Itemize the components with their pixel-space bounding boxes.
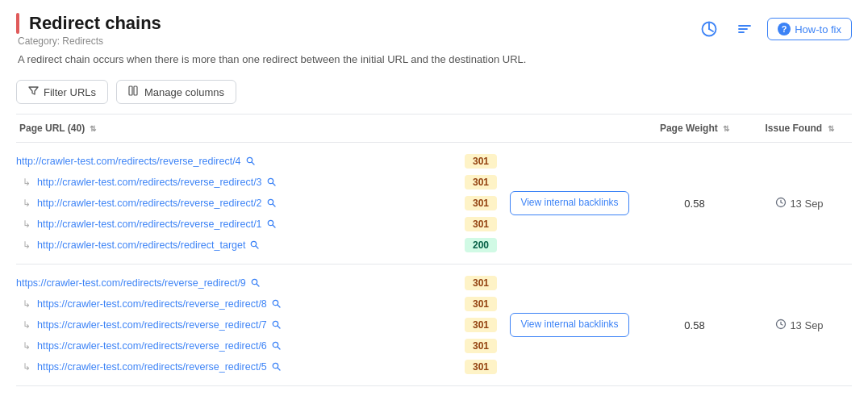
table-body: http://crawler-test.com/redirects/revers… xyxy=(16,143,852,386)
search-icon[interactable] xyxy=(272,362,281,373)
table-row: ↳https://crawler-test.com/redirects/reve… xyxy=(16,294,497,314)
manage-columns-button[interactable]: Manage columns xyxy=(116,80,236,104)
table-row: ↳http://crawler-test.com/redirects/rever… xyxy=(16,193,497,214)
how-to-fix-label: How-to fix xyxy=(795,23,841,35)
table-row: ↳https://crawler-test.com/redirects/reve… xyxy=(16,356,497,377)
svg-line-19 xyxy=(257,284,259,286)
search-icon[interactable] xyxy=(272,299,281,310)
issue-clock-icon xyxy=(775,197,787,210)
svg-line-25 xyxy=(278,347,280,349)
svg-line-21 xyxy=(278,305,280,307)
col-url-sort-icon[interactable]: ⇅ xyxy=(90,124,96,133)
top-actions: ? How-to fix xyxy=(696,16,852,42)
col-issue-found-label: Issue Found xyxy=(765,123,822,134)
search-icon[interactable] xyxy=(272,320,281,331)
indent-arrow-icon: ↳ xyxy=(23,177,31,188)
indent-arrow-icon: ↳ xyxy=(23,319,31,331)
status-badge: 301 xyxy=(465,318,497,332)
search-icon[interactable] xyxy=(267,219,276,230)
search-icon[interactable] xyxy=(272,341,281,352)
issue-date: 13 Sep xyxy=(790,198,823,210)
svg-line-8 xyxy=(252,162,254,165)
table-row: https://crawler-test.com/redirects/rever… xyxy=(16,273,497,294)
url-link[interactable]: https://crawler-test.com/redirects/rever… xyxy=(37,361,267,373)
table-row: ↳https://crawler-test.com/redirects/reve… xyxy=(16,335,497,356)
table-row: ↳http://crawler-test.com/redirects/rever… xyxy=(16,172,497,193)
status-badge: 301 xyxy=(465,154,497,169)
url-link[interactable]: https://crawler-test.com/redirects/rever… xyxy=(37,340,267,352)
svg-line-16 xyxy=(256,246,258,248)
url-link[interactable]: https://crawler-test.com/redirects/rever… xyxy=(37,319,267,331)
indent-arrow-icon: ↳ xyxy=(23,298,31,310)
col-url-label: Page URL (40) xyxy=(19,123,85,134)
search-icon[interactable] xyxy=(250,240,259,251)
url-link[interactable]: https://crawler-test.com/redirects/rever… xyxy=(37,298,267,310)
col-page-weight-sort-icon[interactable]: ⇅ xyxy=(723,124,729,133)
filter-icon xyxy=(28,85,39,98)
svg-line-27 xyxy=(278,368,280,370)
filter-urls-label: Filter URLs xyxy=(44,86,96,98)
table-header: Page URL (40) ⇅ Page Weight ⇅ Issue Foun… xyxy=(16,115,852,143)
svg-line-23 xyxy=(278,326,280,328)
status-badge: 301 xyxy=(465,339,497,353)
page-weight-value: 0.58 xyxy=(642,198,747,210)
url-link[interactable]: http://crawler-test.com/redirects/redire… xyxy=(37,239,245,251)
status-badge: 200 xyxy=(465,238,497,252)
table-row: http://crawler-test.com/redirects/revers… xyxy=(16,151,497,172)
issue-found-value: 13 Sep xyxy=(747,319,852,332)
col-header-issue-found: Issue Found ⇅ xyxy=(747,123,852,134)
status-badge: 301 xyxy=(465,276,497,290)
page-weight-value: 0.58 xyxy=(642,319,747,331)
table-row-group: https://crawler-test.com/redirects/rever… xyxy=(16,264,852,386)
col-issue-found-sort-icon[interactable]: ⇅ xyxy=(828,124,834,133)
category-label: Category: Redirects xyxy=(18,35,526,47)
url-link[interactable]: http://crawler-test.com/redirects/revers… xyxy=(16,156,241,167)
sort-icon-button[interactable] xyxy=(732,16,757,42)
indent-arrow-icon: ↳ xyxy=(23,219,31,230)
svg-rect-5 xyxy=(134,86,137,95)
data-table: Page URL (40) ⇅ Page Weight ⇅ Issue Foun… xyxy=(16,114,852,386)
view-internal-backlinks-button[interactable]: View internal backlinks xyxy=(510,191,628,215)
search-icon[interactable] xyxy=(251,278,260,289)
url-link[interactable]: http://crawler-test.com/redirects/revers… xyxy=(37,177,262,188)
status-badge: 301 xyxy=(465,360,497,374)
page-title-text: Redirect chains xyxy=(29,13,161,34)
table-row: ↳http://crawler-test.com/redirects/redir… xyxy=(16,235,497,256)
indent-arrow-icon: ↳ xyxy=(23,198,31,209)
indent-arrow-icon: ↳ xyxy=(23,361,31,373)
status-badge: 301 xyxy=(465,217,497,231)
status-badge: 301 xyxy=(465,175,497,190)
indent-arrow-icon: ↳ xyxy=(23,340,31,352)
url-link[interactable]: http://crawler-test.com/redirects/revers… xyxy=(37,198,262,209)
issue-date: 13 Sep xyxy=(790,319,823,331)
table-row: ↳http://crawler-test.com/redirects/rever… xyxy=(16,214,497,235)
filter-urls-button[interactable]: Filter URLs xyxy=(16,80,108,104)
url-link[interactable]: https://crawler-test.com/redirects/rever… xyxy=(16,277,246,289)
view-internal-backlinks-button[interactable]: View internal backlinks xyxy=(510,313,628,337)
columns-icon xyxy=(128,85,140,98)
status-badge: 301 xyxy=(465,297,497,311)
col-header-url: Page URL (40) ⇅ xyxy=(16,123,642,134)
table-row-group: http://crawler-test.com/redirects/revers… xyxy=(16,143,852,264)
search-icon[interactable] xyxy=(267,198,276,209)
status-badge: 301 xyxy=(465,196,497,210)
svg-line-14 xyxy=(273,225,275,227)
how-to-fix-button[interactable]: ? How-to fix xyxy=(767,18,852,40)
analytics-icon-button[interactable] xyxy=(696,16,722,42)
table-row: ↳https://crawler-test.com/redirects/reve… xyxy=(16,314,497,335)
issue-found-value: 13 Sep xyxy=(747,197,852,210)
col-page-weight-label: Page Weight xyxy=(660,123,718,134)
svg-line-12 xyxy=(273,204,275,206)
col-header-page-weight: Page Weight ⇅ xyxy=(642,123,747,134)
issue-clock-icon xyxy=(775,319,787,332)
indent-arrow-icon: ↳ xyxy=(23,239,31,251)
search-icon[interactable] xyxy=(246,156,255,167)
page-description: A redirect chain occurs when there is mo… xyxy=(18,53,526,65)
svg-rect-4 xyxy=(129,86,132,95)
page-title: Redirect chains xyxy=(16,13,526,34)
url-link[interactable]: http://crawler-test.com/redirects/revers… xyxy=(37,219,262,230)
search-icon[interactable] xyxy=(267,177,276,188)
manage-columns-label: Manage columns xyxy=(144,86,224,98)
toolbar: Filter URLs Manage columns xyxy=(16,80,852,104)
svg-line-10 xyxy=(273,183,275,185)
